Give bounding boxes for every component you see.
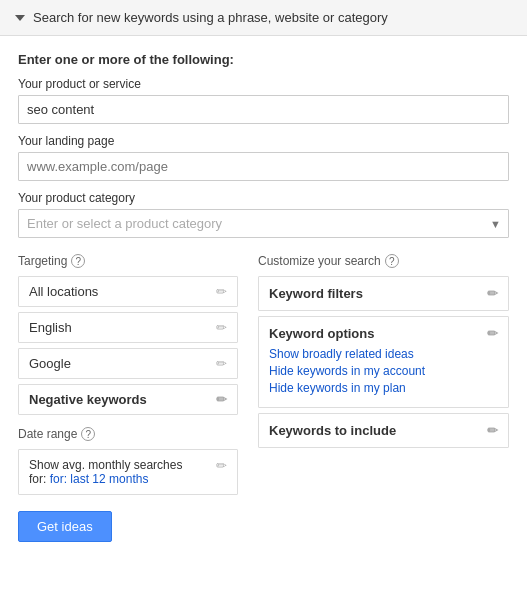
- keyword-filters-edit-icon: ✏: [487, 286, 498, 301]
- date-range-section: Date range ? Show avg. monthly searches …: [18, 427, 238, 495]
- targeting-title: Targeting ?: [18, 254, 238, 268]
- date-range-edit-icon[interactable]: ✏: [216, 458, 227, 473]
- targeting-locations-label: All locations: [29, 284, 98, 299]
- targeting-english-label: English: [29, 320, 72, 335]
- date-range-line2: for: for: last 12 months: [29, 472, 148, 486]
- category-select[interactable]: Enter or select a product category: [18, 209, 509, 238]
- targeting-section: Targeting ? All locations ✏ English ✏ Go…: [18, 254, 238, 495]
- date-range-help-icon[interactable]: ?: [81, 427, 95, 441]
- keywords-to-include-edit-icon: ✏: [487, 423, 498, 438]
- date-range-title: Date range ?: [18, 427, 238, 441]
- customize-help-icon[interactable]: ?: [385, 254, 399, 268]
- keywords-to-include-label: Keywords to include: [269, 423, 396, 438]
- targeting-help-icon[interactable]: ?: [71, 254, 85, 268]
- date-range-box: Show avg. monthly searches for: for: las…: [18, 449, 238, 495]
- product-input[interactable]: [18, 95, 509, 124]
- targeting-locations-edit-icon: ✏: [216, 284, 227, 299]
- landing-label: Your landing page: [18, 134, 509, 148]
- keyword-option-broadly-related[interactable]: Show broadly related ideas: [269, 347, 498, 361]
- keyword-options-box: Keyword options ✏ Show broadly related i…: [258, 316, 509, 408]
- targeting-item-english[interactable]: English ✏: [18, 312, 238, 343]
- customize-title: Customize your search ?: [258, 254, 509, 268]
- targeting-google-edit-icon: ✏: [216, 356, 227, 371]
- targeting-negative-keywords-label: Negative keywords: [29, 392, 147, 407]
- two-col-section: Targeting ? All locations ✏ English ✏ Go…: [18, 254, 509, 495]
- main-content: Enter one or more of the following: Your…: [0, 36, 527, 558]
- targeting-google-label: Google: [29, 356, 71, 371]
- get-ideas-button[interactable]: Get ideas: [18, 511, 112, 542]
- keyword-options-label: Keyword options: [269, 326, 374, 341]
- category-select-wrapper: Enter or select a product category ▼: [18, 209, 509, 238]
- date-range-text: Show avg. monthly searches for: for: las…: [29, 458, 182, 486]
- targeting-item-locations[interactable]: All locations ✏: [18, 276, 238, 307]
- landing-page-input[interactable]: [18, 152, 509, 181]
- keywords-to-include-box[interactable]: Keywords to include ✏: [258, 413, 509, 448]
- targeting-english-edit-icon: ✏: [216, 320, 227, 335]
- customize-section: Customize your search ? Keyword filters …: [258, 254, 509, 495]
- targeting-negative-keywords-edit-icon: ✏: [216, 392, 227, 407]
- targeting-item-google[interactable]: Google ✏: [18, 348, 238, 379]
- keyword-option-hide-plan[interactable]: Hide keywords in my plan: [269, 381, 498, 395]
- keyword-filters-box[interactable]: Keyword filters ✏: [258, 276, 509, 311]
- targeting-item-negative-keywords[interactable]: Negative keywords ✏: [18, 384, 238, 415]
- category-label: Your product category: [18, 191, 509, 205]
- keyword-options-header: Keyword options ✏: [269, 326, 498, 341]
- keyword-options-edit-icon[interactable]: ✏: [487, 326, 498, 341]
- search-section-header[interactable]: Search for new keywords using a phrase, …: [0, 0, 527, 36]
- keyword-filters-label: Keyword filters: [269, 286, 363, 301]
- keyword-option-hide-account[interactable]: Hide keywords in my account: [269, 364, 498, 378]
- product-label: Your product or service: [18, 77, 509, 91]
- form-intro: Enter one or more of the following:: [18, 52, 509, 67]
- header-title: Search for new keywords using a phrase, …: [33, 10, 388, 25]
- collapse-triangle-icon: [15, 15, 25, 21]
